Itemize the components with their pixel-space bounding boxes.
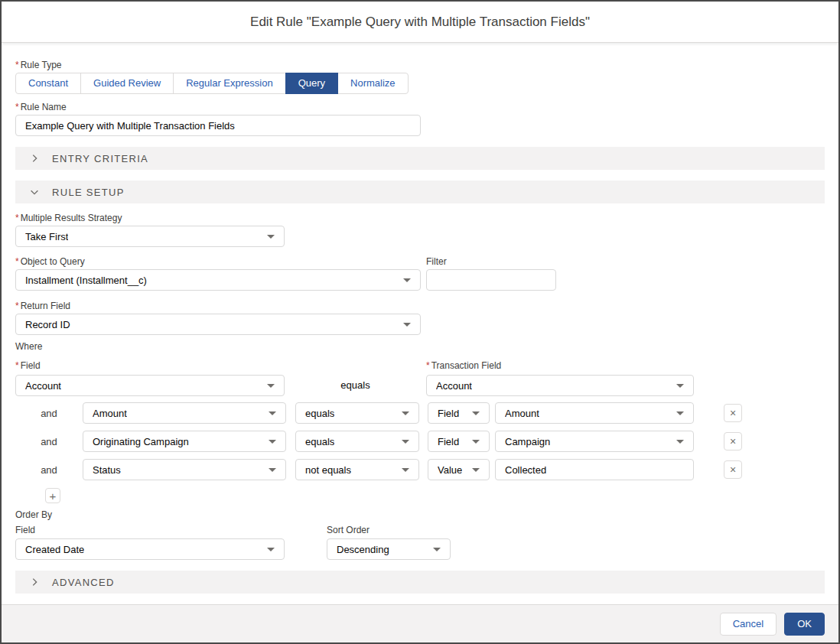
transaction-field-select[interactable]: Account (426, 375, 694, 396)
rule-name-input[interactable] (15, 115, 421, 136)
dropdown-caret-icon (472, 468, 480, 472)
return-field-select[interactable]: Record ID (15, 314, 421, 335)
filter-field: Filter (426, 256, 556, 291)
tab-regular-expression[interactable]: Regular Expression (173, 73, 285, 94)
dropdown-caret-icon (433, 548, 441, 551)
condition-row: and Amount equals Field Amount × (15, 402, 825, 424)
tab-normalize[interactable]: Normalize (337, 73, 409, 94)
multiple-results-strategy-select[interactable]: Take First (15, 226, 285, 247)
dialog-footer: Cancel OK (2, 604, 838, 642)
object-filter-row: *Object to Query Installment (Installmen… (15, 256, 825, 291)
condition-row: and Status not equals Value × (15, 459, 825, 480)
dropdown-caret-icon (402, 411, 409, 415)
conjunction-label: and (15, 436, 83, 447)
dropdown-caret-icon (472, 411, 480, 415)
sort-order-field: Sort Order Descending (327, 525, 451, 560)
where-header-labels: *Field *Transaction Field (15, 358, 825, 372)
condition-field-select[interactable]: Originating Campaign (83, 431, 286, 452)
required-asterisk: * (15, 301, 19, 311)
condition-operator-select[interactable]: equals (295, 402, 419, 424)
object-to-query-label: *Object to Query (15, 256, 421, 267)
remove-condition-button[interactable]: × (724, 404, 742, 422)
dropdown-caret-icon (403, 278, 411, 282)
edit-rule-dialog: Edit Rule "Example Query with Multiple T… (0, 0, 840, 644)
chevron-right-icon (29, 577, 40, 587)
dropdown-caret-icon (402, 440, 409, 444)
rule-type-button-group: Constant Guided Review Regular Expressio… (15, 73, 825, 94)
rule-type-label: *Rule Type (15, 60, 825, 70)
dropdown-caret-icon (269, 468, 276, 472)
chevron-right-icon (29, 153, 40, 164)
remove-condition-button[interactable]: × (724, 432, 742, 450)
dialog-header: Edit Rule "Example Query with Multiple T… (2, 2, 838, 43)
where-field-label: *Field (15, 360, 41, 371)
tab-guided-review[interactable]: Guided Review (80, 73, 174, 94)
required-asterisk: * (15, 60, 19, 70)
tab-constant[interactable]: Constant (15, 73, 81, 94)
add-condition-button[interactable]: + (45, 488, 60, 503)
conjunction-label: and (15, 464, 83, 476)
cancel-button[interactable]: Cancel (720, 613, 777, 636)
object-to-query-field: *Object to Query Installment (Installmen… (15, 256, 421, 291)
required-asterisk: * (426, 360, 430, 371)
condition-field-select[interactable]: Status (83, 459, 286, 480)
condition-value-select[interactable]: Campaign (495, 431, 694, 452)
order-by-field: Field Created Date (15, 525, 285, 560)
condition-field-select[interactable]: Amount (83, 402, 286, 424)
condition-type-select[interactable]: Field (428, 402, 490, 424)
order-by-field-label: Field (15, 525, 285, 535)
dropdown-caret-icon (403, 323, 411, 327)
section-title: RULE SETUP (52, 187, 125, 198)
required-asterisk: * (15, 102, 19, 112)
multiple-results-strategy-label: *Multiple Results Strategy (15, 213, 825, 223)
section-title: ADVANCED (52, 577, 115, 588)
section-rule-setup[interactable]: RULE SETUP (15, 181, 825, 203)
condition-operator-select[interactable]: equals (295, 431, 419, 452)
order-by-label: Order By (15, 509, 825, 520)
rule-name-label: *Rule Name (15, 102, 825, 112)
where-operator-text: equals (285, 375, 426, 396)
required-asterisk: * (15, 213, 19, 223)
required-asterisk: * (15, 256, 19, 267)
conjunction-label: and (15, 408, 83, 419)
dialog-body: *Rule Type Constant Guided Review Regula… (2, 43, 838, 604)
dropdown-caret-icon (269, 411, 276, 415)
order-by-row: Field Created Date Sort Order Descending (15, 525, 825, 560)
remove-condition-button[interactable]: × (724, 460, 742, 479)
filter-input[interactable] (426, 269, 556, 291)
chevron-down-icon (29, 187, 40, 197)
dropdown-caret-icon (267, 548, 275, 551)
ok-button[interactable]: OK (784, 613, 825, 636)
dropdown-caret-icon (267, 235, 275, 239)
object-to-query-select[interactable]: Installment (Installment__c) (15, 269, 421, 291)
dialog-title: Edit Rule "Example Query with Multiple T… (250, 15, 590, 30)
dropdown-caret-icon (676, 440, 684, 444)
dropdown-caret-icon (269, 440, 276, 444)
transaction-field-label: *Transaction Field (426, 360, 501, 371)
section-advanced[interactable]: ADVANCED (15, 571, 825, 594)
return-field-label: *Return Field (15, 301, 825, 311)
where-first-row: Account equals Account (15, 375, 825, 396)
sort-order-label: Sort Order (327, 525, 451, 535)
tab-query[interactable]: Query (285, 73, 338, 94)
filter-label: Filter (426, 256, 556, 267)
dropdown-caret-icon (402, 468, 409, 472)
required-asterisk: * (15, 360, 19, 371)
where-label: Where (15, 341, 825, 352)
dropdown-caret-icon (676, 411, 684, 415)
sort-order-select[interactable]: Descending (327, 538, 451, 560)
dropdown-caret-icon (676, 384, 684, 388)
dropdown-caret-icon (472, 440, 480, 444)
condition-value-select[interactable]: Amount (495, 402, 694, 424)
dropdown-caret-icon (267, 384, 275, 388)
where-field-select[interactable]: Account (15, 375, 285, 396)
section-title: ENTRY CRITERIA (52, 153, 148, 164)
condition-value-input[interactable] (495, 459, 694, 480)
condition-operator-select[interactable]: not equals (295, 459, 419, 480)
condition-type-select[interactable]: Field (428, 431, 490, 452)
section-entry-criteria[interactable]: ENTRY CRITERIA (15, 147, 825, 170)
order-by-field-select[interactable]: Created Date (15, 538, 285, 560)
condition-row: and Originating Campaign equals Field Ca… (15, 431, 825, 452)
condition-type-select[interactable]: Value (428, 459, 490, 480)
